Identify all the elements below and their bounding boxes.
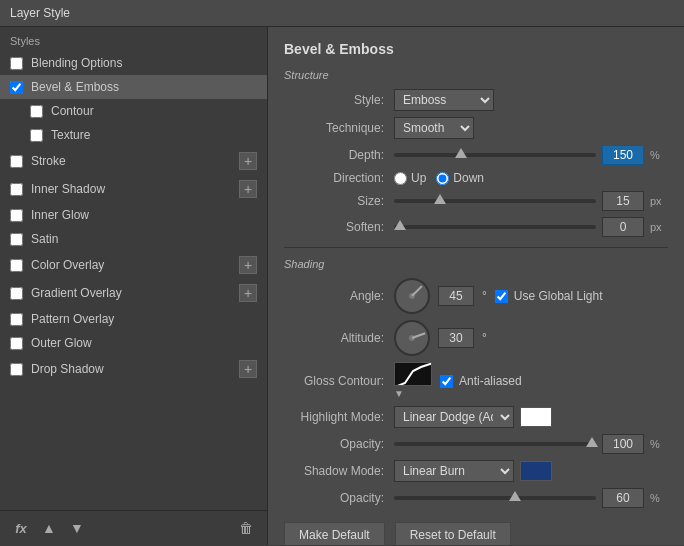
soften-label: Soften: — [284, 220, 394, 234]
checkbox-drop-shadow[interactable] — [10, 363, 23, 376]
depth-label: Depth: — [284, 148, 394, 162]
checkbox-gradient-overlay[interactable] — [10, 287, 23, 300]
angle-line — [411, 285, 422, 296]
shadow-mode-select[interactable]: NormalMultiplyLinear Burn — [394, 460, 514, 482]
sidebar-item-drop-shadow[interactable]: Drop Shadow+ — [0, 355, 267, 383]
depth-input[interactable] — [602, 145, 644, 165]
soften-input[interactable] — [602, 217, 644, 237]
anti-aliased-option[interactable]: Anti-aliased — [440, 374, 522, 388]
depth-slider-thumb[interactable] — [455, 148, 467, 158]
shadow-opacity-slider-container: % — [394, 488, 668, 508]
contour-dropdown-arrow: ▼ — [394, 388, 404, 399]
move-down-icon[interactable]: ▼ — [66, 517, 88, 539]
size-input[interactable] — [602, 191, 644, 211]
altitude-dial[interactable] — [394, 320, 430, 356]
sidebar-label-inner-shadow: Inner Shadow — [31, 182, 239, 196]
style-select[interactable]: Inner BevelOuter BevelEmbossPillow Embos… — [394, 89, 494, 111]
checkbox-bevel-emboss[interactable] — [10, 81, 23, 94]
shadow-opacity-thumb[interactable] — [509, 491, 521, 501]
direction-row: Direction: Up Down — [284, 171, 668, 185]
delete-icon[interactable]: 🗑 — [235, 517, 257, 539]
highlight-opacity-track[interactable] — [394, 442, 596, 446]
sidebar-label-bevel-emboss: Bevel & Emboss — [31, 80, 257, 94]
direction-down-label: Down — [453, 171, 484, 185]
anti-aliased-checkbox[interactable] — [440, 375, 453, 388]
add-btn-inner-shadow[interactable]: + — [239, 180, 257, 198]
sidebar-item-inner-shadow[interactable]: Inner Shadow+ — [0, 175, 267, 203]
altitude-line — [412, 332, 426, 339]
shadow-color-swatch[interactable] — [520, 461, 552, 481]
style-label: Style: — [284, 93, 394, 107]
shadow-opacity-label: Opacity: — [284, 491, 394, 505]
checkbox-contour[interactable] — [30, 105, 43, 118]
structure-section: Structure — [284, 69, 668, 81]
sidebar-item-texture[interactable]: Texture — [0, 123, 267, 147]
styles-list: Blending OptionsBevel & EmbossContourTex… — [0, 51, 267, 510]
add-btn-drop-shadow[interactable]: + — [239, 360, 257, 378]
sidebar-item-blending-options[interactable]: Blending Options — [0, 51, 267, 75]
shadow-opacity-row: Opacity: % — [284, 488, 668, 508]
shadow-opacity-unit: % — [650, 492, 668, 504]
sidebar-item-stroke[interactable]: Stroke+ — [0, 147, 267, 175]
sidebar-item-color-overlay[interactable]: Color Overlay+ — [0, 251, 267, 279]
checkbox-satin[interactable] — [10, 233, 23, 246]
direction-up-option[interactable]: Up — [394, 171, 426, 185]
highlight-opacity-label: Opacity: — [284, 437, 394, 451]
size-slider-thumb[interactable] — [434, 194, 446, 204]
sidebar-item-outer-glow[interactable]: Outer Glow — [0, 331, 267, 355]
use-global-light-checkbox[interactable] — [495, 290, 508, 303]
depth-slider-track[interactable] — [394, 153, 596, 157]
highlight-mode-select[interactable]: NormalDissolveScreenLinear Dodge (Add) — [394, 406, 514, 428]
use-global-light-option[interactable]: Use Global Light — [495, 289, 603, 303]
direction-up-radio[interactable] — [394, 172, 407, 185]
direction-down-radio[interactable] — [436, 172, 449, 185]
add-btn-color-overlay[interactable]: + — [239, 256, 257, 274]
size-label: Size: — [284, 194, 394, 208]
make-default-button[interactable]: Make Default — [284, 522, 385, 545]
gloss-contour-picker[interactable]: ▼ — [394, 362, 432, 400]
sidebar-item-satin[interactable]: Satin — [0, 227, 267, 251]
sidebar-label-texture: Texture — [51, 128, 257, 142]
sidebar-item-pattern-overlay[interactable]: Pattern Overlay — [0, 307, 267, 331]
soften-row: Soften: px — [284, 217, 668, 237]
checkbox-stroke[interactable] — [10, 155, 23, 168]
checkbox-pattern-overlay[interactable] — [10, 313, 23, 326]
fx-icon[interactable]: fx — [10, 517, 32, 539]
shadow-opacity-input[interactable] — [602, 488, 644, 508]
checkbox-color-overlay[interactable] — [10, 259, 23, 272]
technique-select[interactable]: SmoothChisel HardChisel Soft — [394, 117, 474, 139]
size-unit: px — [650, 195, 668, 207]
highlight-mode-row: Highlight Mode: NormalDissolveScreenLine… — [284, 406, 668, 428]
checkbox-texture[interactable] — [30, 129, 43, 142]
altitude-row: Altitude: ° — [284, 320, 668, 356]
right-panel: Bevel & Emboss Structure Style: Inner Be… — [268, 27, 684, 545]
angle-input[interactable] — [438, 286, 474, 306]
highlight-color-swatch[interactable] — [520, 407, 552, 427]
direction-down-option[interactable]: Down — [436, 171, 484, 185]
sidebar-item-contour[interactable]: Contour — [0, 99, 267, 123]
checkbox-outer-glow[interactable] — [10, 337, 23, 350]
add-btn-gradient-overlay[interactable]: + — [239, 284, 257, 302]
shadow-opacity-track[interactable] — [394, 496, 596, 500]
highlight-opacity-input[interactable] — [602, 434, 644, 454]
checkbox-inner-shadow[interactable] — [10, 183, 23, 196]
soften-slider-track[interactable] — [394, 225, 596, 229]
reset-to-default-button[interactable]: Reset to Default — [395, 522, 511, 545]
checkbox-blending-options[interactable] — [10, 57, 23, 70]
highlight-opacity-thumb[interactable] — [586, 437, 598, 447]
move-up-icon[interactable]: ▲ — [38, 517, 60, 539]
gloss-contour-label: Gloss Contour: — [284, 374, 394, 388]
sidebar-item-bevel-emboss[interactable]: Bevel & Emboss — [0, 75, 267, 99]
add-btn-stroke[interactable]: + — [239, 152, 257, 170]
sidebar-item-gradient-overlay[interactable]: Gradient Overlay+ — [0, 279, 267, 307]
sidebar-label-gradient-overlay: Gradient Overlay — [31, 286, 239, 300]
soften-slider-thumb[interactable] — [394, 220, 406, 230]
sidebar-item-inner-glow[interactable]: Inner Glow — [0, 203, 267, 227]
size-slider-track[interactable] — [394, 199, 596, 203]
altitude-input[interactable] — [438, 328, 474, 348]
left-panel: Styles Blending OptionsBevel & EmbossCon… — [0, 27, 268, 545]
depth-slider-container: % — [394, 145, 668, 165]
checkbox-inner-glow[interactable] — [10, 209, 23, 222]
angle-dial[interactable] — [394, 278, 430, 314]
angle-deg: ° — [482, 289, 487, 303]
